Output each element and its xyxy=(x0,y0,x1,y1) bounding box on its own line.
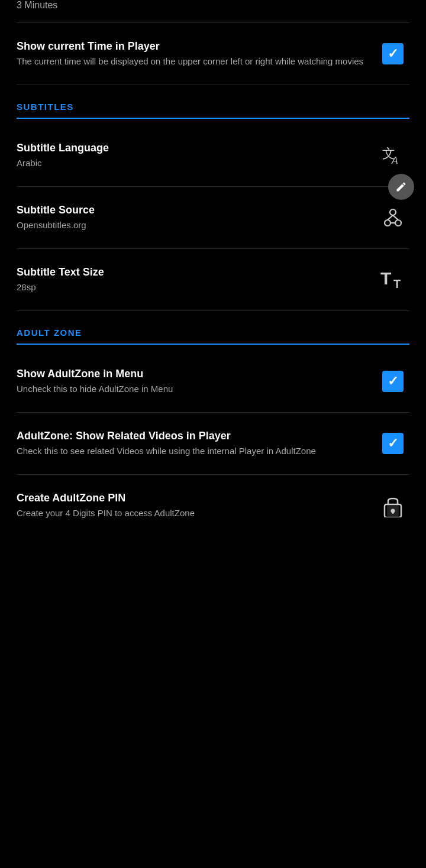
show-time-checkbox[interactable] xyxy=(376,37,409,70)
adult-related-videos-text: AdultZone: Show Related Videos in Player… xyxy=(17,430,376,457)
checkbox-checked-icon xyxy=(382,43,404,64)
subtitle-text-size-icon: T T xyxy=(376,263,409,296)
subtitle-text-size-row[interactable]: Subtitle Text Size 28sp T T xyxy=(0,249,426,310)
text-size-icon: T T xyxy=(380,268,405,292)
show-adult-zone-description: Uncheck this to hide AdultZone in Menu xyxy=(17,383,364,395)
show-time-row[interactable]: Show current Time in Player The current … xyxy=(0,23,426,85)
show-adult-zone-row[interactable]: Show AdultZone in Menu Uncheck this to h… xyxy=(0,351,426,412)
create-pin-icon xyxy=(376,489,409,522)
subtitles-heading: SUBTITLES xyxy=(17,102,409,119)
svg-text:A: A xyxy=(391,156,398,165)
svg-point-3 xyxy=(395,220,401,226)
adult-related-videos-description: Check this to see related Videos while u… xyxy=(17,445,364,457)
subtitle-text-size-value: 28sp xyxy=(17,281,364,293)
show-time-description: The current time will be displayed on th… xyxy=(17,55,364,67)
adult-zone-heading: ADULT ZONE xyxy=(17,328,409,345)
duration-label: 3 Minutes xyxy=(17,0,409,11)
related-videos-checkbox-icon xyxy=(382,433,404,454)
subtitle-text-size-title: Subtitle Text Size xyxy=(17,266,364,278)
show-time-title: Show current Time in Player xyxy=(17,40,364,53)
subtitle-text-size-text: Subtitle Text Size 28sp xyxy=(17,266,376,293)
svg-point-4 xyxy=(390,209,396,215)
svg-text:T: T xyxy=(380,268,391,288)
subtitle-language-value: Arabic xyxy=(17,157,364,169)
adult-zone-checkbox-icon xyxy=(382,371,404,392)
top-partial: 3 Minutes xyxy=(0,0,426,22)
edit-fab[interactable] xyxy=(388,174,414,200)
subtitle-language-title: Subtitle Language xyxy=(17,142,364,154)
subtitle-source-icon xyxy=(376,201,409,234)
subtitle-source-row[interactable]: Subtitle Source Opensubtitles.org xyxy=(0,187,426,248)
lock-icon xyxy=(382,494,404,517)
subtitle-source-text: Subtitle Source Opensubtitles.org xyxy=(17,204,376,231)
svg-point-2 xyxy=(385,220,390,226)
pencil-icon xyxy=(395,181,407,193)
show-time-text: Show current Time in Player The current … xyxy=(17,40,376,67)
show-adult-zone-text: Show AdultZone in Menu Uncheck this to h… xyxy=(17,368,376,395)
create-pin-row[interactable]: Create AdultZone PIN Create your 4 Digit… xyxy=(0,475,426,536)
svg-text:T: T xyxy=(393,277,401,289)
subtitle-language-text: Subtitle Language Arabic xyxy=(17,142,376,169)
subtitle-language-row[interactable]: Subtitle Language Arabic 文 A xyxy=(0,125,426,186)
adult-related-videos-row[interactable]: AdultZone: Show Related Videos in Player… xyxy=(0,413,426,474)
subtitles-section-header: SUBTITLES xyxy=(0,85,426,125)
create-pin-text: Create AdultZone PIN Create your 4 Digit… xyxy=(17,492,376,519)
create-pin-title: Create AdultZone PIN xyxy=(17,492,364,504)
translate-icon: 文 A xyxy=(381,141,405,170)
subtitle-language-icon: 文 A xyxy=(376,139,409,172)
subtitle-source-value: Opensubtitles.org xyxy=(17,219,364,231)
create-pin-description: Create your 4 Digits PIN to access Adult… xyxy=(17,507,364,519)
subtitle-source-title: Subtitle Source xyxy=(17,204,364,216)
svg-rect-10 xyxy=(392,511,394,514)
adult-related-videos-checkbox[interactable] xyxy=(376,427,409,460)
adult-zone-section-header: ADULT ZONE xyxy=(0,311,426,351)
show-adult-zone-title: Show AdultZone in Menu xyxy=(17,368,364,380)
adult-related-videos-title: AdultZone: Show Related Videos in Player xyxy=(17,430,364,442)
webhook-icon xyxy=(382,206,404,229)
show-adult-zone-checkbox[interactable] xyxy=(376,365,409,398)
subtitle-source-section: Subtitle Source Opensubtitles.org xyxy=(0,187,426,248)
